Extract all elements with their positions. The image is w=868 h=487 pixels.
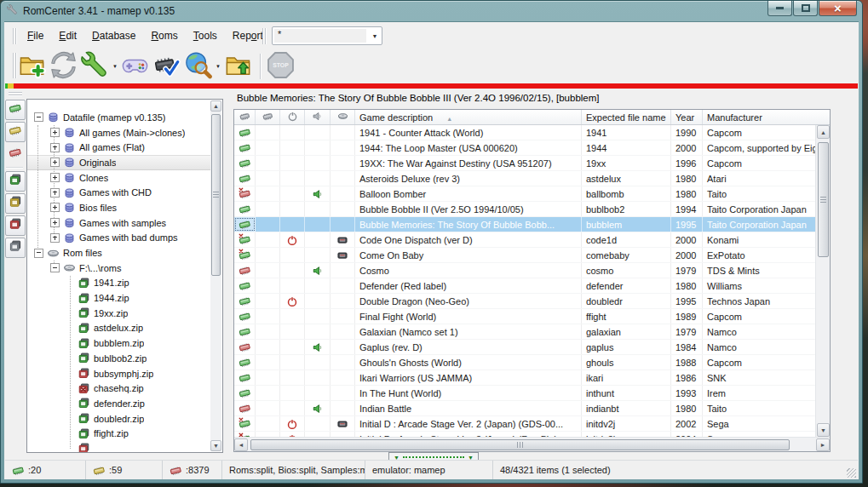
tree-item-games-with-chd[interactable]: Games with CHD <box>27 185 211 200</box>
tree-item-defender-zip[interactable]: defender.zip <box>27 396 211 411</box>
table-horizontal-scrollbar[interactable] <box>234 437 830 451</box>
scroll-up-button[interactable] <box>210 100 221 112</box>
table-row-gaplus[interactable]: Gaplus (rev. D)gaplus1984Namco <box>234 340 815 355</box>
tree-item-chasehq-zip[interactable]: chasehq.zip <box>27 381 211 396</box>
tree-expander-minus[interactable] <box>34 112 43 122</box>
tree-expander-plus[interactable] <box>50 188 60 198</box>
table-row-cosmo[interactable]: Cosmocosmo1979TDS & Mints <box>234 263 815 278</box>
tree-expander-plus[interactable] <box>50 128 60 137</box>
scrollbar-thumb[interactable] <box>211 114 221 276</box>
table-row-astdelux[interactable]: Asteroids Deluxe (rev 3)astdelux1980Atar… <box>234 171 815 186</box>
column-header-year[interactable]: Year <box>671 110 703 124</box>
tree-expander-minus[interactable] <box>50 263 60 272</box>
table-row-1941[interactable]: 1941 - Counter Attack (World)19411990Cap… <box>234 125 815 140</box>
column-header-game-description[interactable]: Game description <box>355 110 582 124</box>
tree-item-clones[interactable]: Clones <box>27 170 211 186</box>
tree-expander-plus[interactable] <box>50 158 60 167</box>
tree-expander-plus[interactable] <box>50 143 60 152</box>
filter-combobox[interactable]: * <box>272 26 382 45</box>
chevron-down-icon[interactable] <box>368 27 382 44</box>
maximize-button[interactable] <box>793 1 818 16</box>
tree-item-f-roms[interactable]: F:\...\roms <box>27 261 211 276</box>
menu-item-roms[interactable]: Roms <box>143 26 185 45</box>
export-button[interactable] <box>222 51 254 83</box>
table-row-defender[interactable]: Defender (Red label)defender1980Williams <box>234 278 815 294</box>
menubar-grip[interactable] <box>13 28 17 44</box>
tree-item-originals[interactable]: Originals <box>27 155 211 170</box>
tree-item-rom-files[interactable]: Rom files <box>27 245 211 261</box>
column-header-manufacturer[interactable]: Manufacturer <box>703 110 830 124</box>
close-button[interactable] <box>819 1 857 16</box>
tree-expander-plus[interactable] <box>50 218 60 227</box>
tree-item-bubsymphj-zip[interactable]: bubsymphj.zip <box>27 366 211 381</box>
table-row-comebaby[interactable]: Come On Babycomebaby2000ExPotato <box>234 248 815 263</box>
tree-expander-plus[interactable] <box>50 173 60 182</box>
table-vertical-scrollbar[interactable] <box>815 125 830 437</box>
dropdown-arrow-icon[interactable] <box>214 51 222 82</box>
menu-item-database[interactable]: Database <box>84 26 143 45</box>
tree-item-all-games-main-clones[interactable]: All games (Main->clones) <box>27 125 211 140</box>
tree-item-astdelux-zip[interactable]: astdelux.zip <box>27 321 211 336</box>
filter-complete-roms-button[interactable] <box>5 100 26 120</box>
scroll-right-button[interactable] <box>816 438 830 451</box>
tree-scrollbar[interactable] <box>210 100 221 451</box>
tree-item-bios-files[interactable]: Bios files <box>27 200 211 215</box>
scrollbar-thumb[interactable] <box>250 439 790 450</box>
filter-incomplete-games-button[interactable] <box>5 193 26 214</box>
table-row-1944[interactable]: 1944: The Loop Master (USA 000620)194420… <box>234 140 815 156</box>
tree-item-games-with-samples[interactable]: Games with samples <box>27 215 211 231</box>
scroll-down-button[interactable] <box>817 423 830 437</box>
web-search-button[interactable] <box>182 51 214 83</box>
tree-item-bublbob2-zip[interactable]: bublbob2.zip <box>27 351 211 366</box>
table-row-galaxian[interactable]: Galaxian (Namco set 1)galaxian1979Namco <box>234 324 815 340</box>
tree-item-1944-zip[interactable]: 1944.zip <box>27 290 211 306</box>
tree-item-all-games-flat[interactable]: All games (Flat) <box>27 140 211 155</box>
table-row-code1d[interactable]: Code One Dispatch (ver D)code1d2000Konam… <box>234 232 815 248</box>
filter-complete-games-button[interactable] <box>5 171 26 192</box>
tree-item-1941-zip[interactable]: 1941.zip <box>27 276 211 291</box>
stop-button[interactable]: STOP <box>265 51 296 83</box>
menu-item-tools[interactable]: Tools <box>186 26 225 45</box>
column-header-power[interactable] <box>280 110 305 124</box>
refresh-button[interactable] <box>48 51 79 83</box>
tree-item-ffight-zip[interactable]: ffight.zip <box>27 426 211 441</box>
table-row-ballbomb[interactable]: Balloon Bomberballbomb1980Taito <box>234 186 815 202</box>
filter-missing-games-button[interactable] <box>5 238 26 258</box>
column-header-speaker[interactable] <box>305 110 331 124</box>
play-game-button[interactable] <box>119 51 151 83</box>
table-row-bublbob2[interactable]: Bubble Bobble II (Ver 2.5O 1994/10/05)bu… <box>234 202 815 217</box>
table-row-doubledr[interactable]: Double Dragon (Neo-Geo)doubledr1995Techn… <box>234 294 815 309</box>
repair-roms-button[interactable] <box>79 51 111 83</box>
menu-item-edit[interactable]: Edit <box>51 26 84 45</box>
scan-roms-button[interactable] <box>151 51 182 83</box>
table-row-ikari[interactable]: Ikari Warriors (US JAMMA)ikari1986SNK <box>234 370 815 386</box>
column-header-expected-file-name[interactable]: Expected file name <box>582 110 671 124</box>
filter-incomplete-roms-button[interactable] <box>5 122 26 142</box>
column-header-chip[interactable] <box>234 110 256 124</box>
scroll-down-button[interactable] <box>210 440 221 451</box>
table-row-indianbt[interactable]: Indian Battleindianbt1980Taito <box>234 401 815 416</box>
tree-item-doubledr-zip[interactable]: doubledr.zip <box>27 411 211 427</box>
scroll-up-button[interactable] <box>817 125 830 139</box>
column-header-disk[interactable] <box>331 110 355 124</box>
filter-bad-games-button[interactable] <box>5 215 26 236</box>
tree-expander-minus[interactable] <box>34 249 43 258</box>
filter-sidebar-grip[interactable] <box>9 92 22 96</box>
table-row-initdv2j[interactable]: Initial D : Arcade Stage Ver. 2 (Japan) … <box>234 416 815 432</box>
scrollbar-thumb[interactable] <box>818 142 829 257</box>
table-row-ghouls[interactable]: Ghouls'n Ghosts (World)ghouls1988Capcom <box>234 355 815 370</box>
filter-missing-roms-button[interactable] <box>5 144 26 164</box>
filter-toolbar-grip[interactable] <box>262 28 267 44</box>
tree-item-games-with-bad-dumps[interactable]: Games with bad dumps <box>27 231 211 246</box>
tree-expander-plus[interactable] <box>50 233 60 243</box>
new-datafile-button[interactable] <box>16 51 48 83</box>
menu-item-file[interactable]: File <box>20 26 51 45</box>
table-row-ffight[interactable]: Final Fight (World)ffight1989Capcom <box>234 309 815 324</box>
scroll-left-button[interactable] <box>234 438 248 451</box>
table-row-19xx[interactable]: 19XX: The War Against Destiny (USA 95120… <box>234 156 815 171</box>
column-header-chip[interactable] <box>256 110 280 124</box>
tree-item-bubblem-zip[interactable]: bubblem.zip <box>27 335 211 351</box>
dropdown-arrow-icon[interactable] <box>111 51 119 82</box>
tree-item-datafile-mamep-v0-135[interactable]: Datafile (mamep v0.135) <box>27 110 211 125</box>
tree-item-19xx-zip[interactable]: 19xx.zip <box>27 306 211 321</box>
